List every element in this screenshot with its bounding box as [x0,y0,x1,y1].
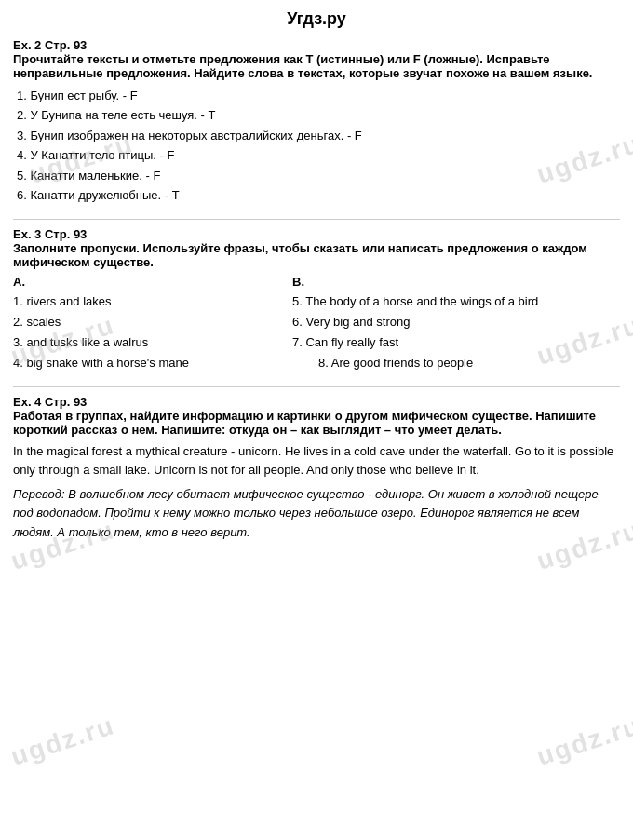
col-a-item-2: 2. scales [13,312,283,332]
col-b: B. 5. The body of a horse and the wings … [292,275,620,373]
col-a-item-4: 4. big snake with a horse's mane [13,353,283,373]
ex2-desc: Прочитайте тексты и отметьте предложения… [13,52,620,80]
col-b-item-2: 6. Very big and strong [292,312,620,332]
ex2-item-6: 6. Канатти дружелюбные. - T [17,185,620,205]
col-a-label: A. [13,275,283,289]
divider-1 [13,219,620,220]
col-b-item-4: 8. Are good friends to people [292,353,620,373]
exercise-3: Ex. 3 Стр. 93 Заполните пропуски. Исполь… [13,227,620,373]
ex4-translate: Перевод: В волшебном лесу обитает мифиче… [13,485,620,541]
site-title: Угдз.ру [13,9,620,29]
ex3-columns: A. 1. rivers and lakes 2. scales 3. and … [13,275,620,373]
ex2-item-3: 3. Бунип изображен на некоторых австрали… [17,126,620,145]
col-b-item-1: 5. The body of a horse and the wings of … [292,291,620,312]
exercise-4: Ex. 4 Стр. 93 Работая в группах, найдите… [13,395,620,542]
ex2-item-4: 4. У Канатти тело птицы. - F [17,145,620,165]
col-a-item-1: 1. rivers and lakes [13,291,283,312]
col-a: A. 1. rivers and lakes 2. scales 3. and … [13,275,283,373]
col-b-list: 5. The body of a horse and the wings of … [292,291,620,373]
ex3-header: Ex. 3 Стр. 93 [13,227,620,241]
exercise-2: Ex. 2 Стр. 93 Прочитайте тексты и отметь… [13,38,620,206]
translate-text: В волшебном лесу обитает мифическое суще… [13,487,599,538]
ex2-header: Ex. 2 Стр. 93 [13,38,620,52]
ex2-item-1: 1. Бунип ест рыбу. - F [17,86,620,105]
col-a-item-3: 3. and tusks like a walrus [13,332,283,353]
ex2-item-2: 2. У Бунипа на теле есть чешуя. - T [17,105,620,125]
ex2-item-5: 5. Канатти маленькие. - F [17,166,620,185]
translate-label: Перевод: [13,487,65,501]
col-b-item-3: 7. Can fly really fast [292,332,620,353]
watermark-8: ugdz.ru [533,711,633,772]
ex4-header: Ex. 4 Стр. 93 [13,395,620,409]
ex2-list: 1. Бунип ест рыбу. - F 2. У Бунипа на те… [17,86,620,206]
divider-2 [13,386,620,387]
ex4-english-text: In the magical forest a mythical creatur… [13,442,620,480]
ex3-desc: Заполните пропуски. Используйте фразы, ч… [13,241,620,269]
col-a-list: 1. rivers and lakes 2. scales 3. and tus… [13,291,283,373]
watermark-7: ugdz.ru [7,711,118,772]
ex4-desc: Работая в группах, найдите информацию и … [13,409,620,437]
col-b-label: B. [292,275,620,289]
